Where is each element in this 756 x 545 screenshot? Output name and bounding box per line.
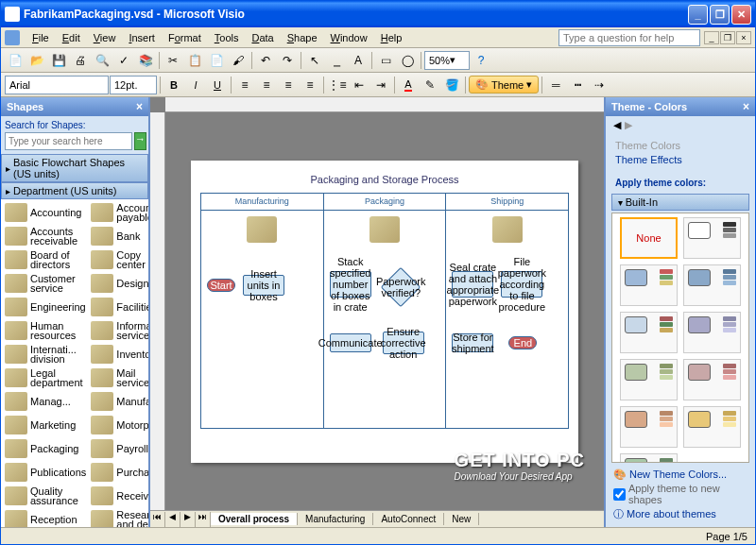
increase-indent-button[interactable]: ⇥ (370, 75, 391, 95)
help-button[interactable]: ? (471, 50, 491, 71)
page-tab[interactable]: New (444, 513, 479, 525)
theme-swatch[interactable] (620, 264, 678, 306)
shape-item[interactable]: Customer service (3, 272, 88, 295)
more-about-themes-link[interactable]: ⓘ More about themes (613, 505, 747, 523)
shape-item[interactable]: Facilities (89, 296, 148, 318)
shape-item[interactable]: Inventory (89, 343, 148, 366)
minimize-button[interactable]: _ (688, 5, 708, 25)
shape-item[interactable]: Manag... (3, 390, 88, 413)
theme-swatch[interactable] (620, 359, 678, 400)
mdi-restore-button[interactable]: ❐ (720, 31, 735, 44)
shape-item[interactable]: Accounts payable (89, 201, 148, 224)
menu-data[interactable]: Data (245, 30, 280, 45)
print-button[interactable]: 🖨 (70, 50, 91, 71)
format-painter-button[interactable]: 🖌 (228, 50, 249, 71)
back-button[interactable]: ◀ (613, 119, 621, 131)
theme-button[interactable]: 🎨 Theme ▾ (469, 76, 539, 94)
search-go-button[interactable]: → (134, 132, 146, 150)
terminator-start[interactable]: Start (207, 279, 235, 292)
process-box[interactable]: Communicate (330, 333, 371, 352)
shape-item[interactable]: Engineering (3, 296, 88, 318)
theme-close-button[interactable]: × (743, 100, 749, 113)
menu-view[interactable]: View (87, 30, 123, 45)
fill-color-button[interactable]: 🪣 (441, 75, 462, 95)
decision-box[interactable]: Paperwork verified? (380, 266, 420, 306)
theme-swatch[interactable] (683, 264, 741, 306)
cut-button[interactable]: ✂ (163, 50, 183, 71)
italic-button[interactable]: I (185, 75, 206, 95)
drawing-canvas[interactable]: Packaging and Storage Process Manufactur… (165, 112, 604, 510)
shape-item[interactable]: Legal department (3, 366, 88, 389)
theme-swatch[interactable] (683, 359, 741, 400)
page-tab[interactable]: AutoConnect (373, 513, 444, 525)
process-box[interactable]: Ensure corrective action (383, 332, 424, 354)
shape-item[interactable]: Receiving (89, 485, 148, 507)
tab-first-button[interactable]: ⏮ (150, 512, 165, 527)
menu-edit[interactable]: Edit (56, 30, 87, 45)
tab-prev-button[interactable]: ◀ (165, 512, 180, 527)
shape-item[interactable]: Quality assurance (3, 485, 88, 507)
stencil-header-department[interactable]: ▸ Department (US units) (1, 182, 148, 199)
preview-button[interactable]: 🔍 (92, 50, 112, 71)
shape-item[interactable]: Internati... division (3, 343, 88, 366)
ellipse-button[interactable]: ◯ (397, 50, 418, 71)
align-center-button[interactable]: ≡ (256, 75, 277, 95)
zoom-combo[interactable]: 50% ▾ (424, 51, 470, 70)
terminator-end[interactable]: End (508, 336, 537, 349)
menu-file[interactable]: File (26, 30, 56, 45)
page-tab[interactable]: Overall process (211, 513, 298, 525)
paste-button[interactable]: 📄 (206, 50, 227, 71)
new-button[interactable]: 📄 (5, 50, 26, 71)
menu-format[interactable]: Format (162, 30, 208, 45)
copy-button[interactable]: 📋 (184, 50, 205, 71)
theme-swatch[interactable] (620, 312, 678, 353)
shape-item[interactable]: Human resources (3, 319, 88, 342)
menu-window[interactable]: Window (324, 30, 374, 45)
line-color-button[interactable]: ✎ (420, 75, 440, 95)
text-button[interactable]: A (348, 50, 369, 71)
bold-button[interactable]: B (163, 75, 184, 95)
justify-button[interactable]: ≡ (300, 75, 320, 95)
shape-item[interactable]: Reception (3, 508, 88, 527)
process-box[interactable]: File paperwork according to file procedu… (501, 271, 542, 298)
drawing-page[interactable]: Packaging and Storage Process Manufactur… (191, 161, 578, 463)
spelling-button[interactable]: ✓ (113, 50, 134, 71)
font-color-button[interactable]: A (398, 75, 419, 95)
shape-item[interactable]: Marketing (3, 414, 88, 436)
font-combo[interactable]: Arial (5, 76, 109, 94)
process-box[interactable]: Seal crate and attach appropriate paperw… (452, 271, 493, 298)
shape-item[interactable]: Motorpool (89, 414, 148, 436)
shape-item[interactable]: Research and dev... (89, 508, 148, 527)
shape-item[interactable]: Board of directors (3, 248, 88, 271)
shape-item[interactable]: Information services (89, 319, 148, 342)
shape-item[interactable]: Purchasing (89, 461, 148, 484)
redo-button[interactable]: ↷ (277, 50, 298, 71)
theme-swatch[interactable] (620, 406, 678, 448)
undo-button[interactable]: ↶ (255, 50, 276, 71)
theme-swatch[interactable] (620, 453, 678, 463)
menu-shape[interactable]: Shape (281, 30, 324, 45)
mdi-close-button[interactable]: × (736, 31, 751, 44)
shape-item[interactable]: Copy center (89, 248, 148, 271)
shape-item[interactable]: Bank (89, 225, 148, 247)
forward-button[interactable]: ▶ (625, 119, 632, 131)
pointer-button[interactable]: ↖ (304, 50, 325, 71)
shape-item[interactable]: Accounts receivable (3, 225, 88, 247)
process-box[interactable]: Stack specified number of boxes in crate (330, 271, 371, 298)
tab-last-button[interactable]: ⏭ (196, 512, 211, 527)
tab-next-button[interactable]: ▶ (180, 512, 196, 527)
shape-item[interactable]: Design (89, 272, 148, 295)
menu-tools[interactable]: Tools (208, 30, 246, 45)
stencil-header-flowchart[interactable]: ▸ Basic Flowchart Shapes (US units) (1, 154, 148, 182)
align-left-button[interactable]: ≡ (234, 75, 255, 95)
page-tab[interactable]: Manufacturing (298, 513, 373, 525)
shape-item[interactable]: Mail service (89, 366, 148, 389)
align-right-button[interactable]: ≡ (278, 75, 299, 95)
help-search-input[interactable] (558, 29, 700, 46)
rectangle-button[interactable]: ▭ (375, 50, 396, 71)
shape-item[interactable]: Payroll (89, 437, 148, 460)
shape-item[interactable]: Publications (3, 461, 88, 484)
new-theme-colors-link[interactable]: 🎨 New Theme Colors... (613, 467, 747, 483)
underline-button[interactable]: U (207, 75, 228, 95)
mdi-minimize-button[interactable]: _ (704, 31, 719, 44)
